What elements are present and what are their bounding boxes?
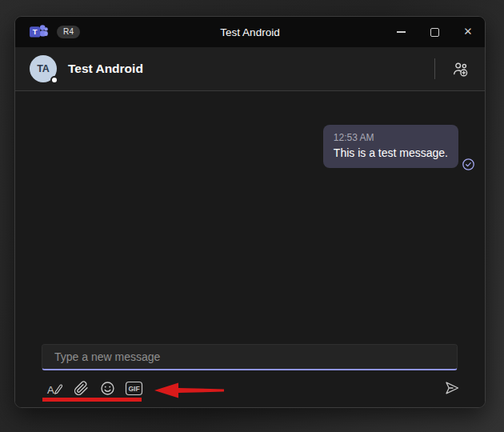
minimize-button[interactable] — [384, 17, 418, 47]
paperclip-icon — [74, 381, 89, 396]
format-button[interactable]: A — [44, 378, 65, 398]
svg-text:GIF: GIF — [128, 385, 139, 393]
close-button[interactable]: ✕ — [451, 17, 485, 47]
header-divider — [434, 58, 435, 79]
gif-box-icon: GIF — [125, 381, 143, 396]
maximize-button[interactable] — [418, 17, 451, 47]
message-text: This is a test message. — [334, 146, 448, 159]
presence-status-dot — [50, 76, 58, 84]
title-bar[interactable]: T R4 Test Android ✕ — [15, 17, 485, 47]
teams-chat-window: T R4 Test Android ✕ TA Test Android — [14, 16, 486, 408]
annotation-red-arrow — [152, 381, 228, 400]
chat-header: TA Test Android — [15, 47, 485, 91]
send-button[interactable] — [440, 377, 464, 399]
svg-text:T: T — [33, 27, 38, 36]
message-timestamp: 12:53 AM — [334, 132, 448, 143]
svg-text:A: A — [47, 383, 54, 395]
gif-button[interactable]: GIF — [123, 378, 144, 398]
desktop-background: T R4 Test Android ✕ TA Test Android — [0, 0, 504, 432]
avatar-initials: TA — [37, 63, 50, 74]
window-controls: ✕ — [384, 17, 485, 47]
header-actions — [434, 55, 474, 82]
minimize-icon — [397, 31, 406, 33]
composer-toolbar: A — [42, 376, 458, 400]
maximize-icon — [430, 28, 439, 37]
emoji-button[interactable] — [97, 378, 118, 398]
text-format-pen-icon: A — [46, 380, 63, 397]
read-receipt-icon — [462, 158, 475, 171]
person-add-icon — [452, 61, 469, 78]
chat-canvas[interactable]: 12:53 AM This is a test message. — [15, 91, 485, 344]
outgoing-message: 12:53 AM This is a test message. — [323, 125, 458, 168]
smiley-icon — [99, 380, 116, 397]
window-title: Test Android — [220, 26, 279, 38]
message-input-box[interactable] — [42, 344, 458, 370]
message-bubble[interactable]: 12:53 AM This is a test message. — [323, 125, 458, 168]
ring-badge: R4 — [57, 26, 80, 38]
avatar[interactable]: TA — [30, 55, 57, 82]
annotation-red-underline — [42, 398, 142, 402]
attach-button[interactable] — [70, 378, 91, 398]
chat-title[interactable]: Test Android — [68, 62, 143, 76]
paper-plane-icon — [443, 379, 461, 397]
add-people-button[interactable] — [446, 55, 474, 82]
message-input[interactable] — [54, 350, 445, 363]
close-icon: ✕ — [463, 26, 472, 38]
teams-logo-icon: T — [29, 23, 48, 41]
